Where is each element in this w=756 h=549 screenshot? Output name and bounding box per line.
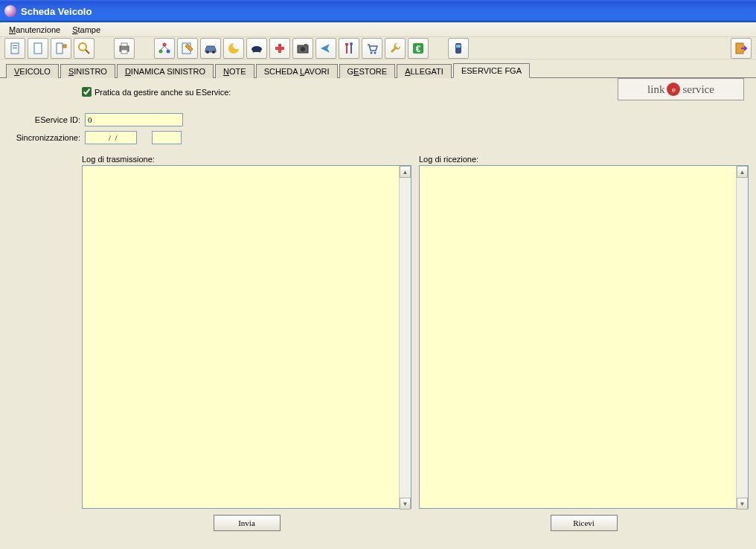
svg-point-21 — [253, 50, 255, 52]
tb-list-icon[interactable] — [51, 38, 71, 59]
tb-send-icon[interactable] — [315, 38, 336, 59]
tabstrip: VEICOLO SINISTRO DINAMICA SINISTRO NOTE … — [0, 60, 756, 77]
tb-doc-icon[interactable] — [28, 38, 48, 59]
svg-rect-27 — [304, 44, 307, 45]
svg-rect-9 — [121, 43, 127, 46]
menubar: Manutenzione Stampe — [0, 22, 756, 37]
window-title: Scheda Veicolo — [21, 6, 92, 17]
link-eservice-logo: link e service — [618, 78, 744, 100]
menu-stampe[interactable]: Stampe — [66, 24, 106, 36]
eservice-id-input[interactable] — [85, 113, 183, 126]
tb-exit-icon[interactable] — [731, 38, 752, 59]
svg-text:€: € — [416, 44, 421, 54]
svg-point-22 — [259, 50, 261, 52]
svg-rect-3 — [34, 43, 42, 54]
svg-line-14 — [161, 46, 164, 50]
svg-rect-5 — [63, 45, 66, 48]
sincro-time-input[interactable] — [152, 131, 182, 144]
svg-point-31 — [350, 42, 353, 45]
pratica-checkbox[interactable] — [82, 87, 92, 97]
tb-car-icon[interactable] — [200, 38, 221, 59]
svg-point-11 — [163, 42, 167, 46]
tab-note[interactable]: NOTE — [215, 64, 254, 78]
svg-rect-10 — [121, 50, 127, 54]
scrollbar[interactable]: ▲▼ — [399, 166, 411, 510]
tab-gestore[interactable]: GESTORE — [339, 64, 396, 78]
log-trasmissione-label: Log di trasmissione: — [82, 155, 411, 164]
log-ricezione-label: Log di ricezione: — [419, 155, 749, 164]
log-trasmissione-area[interactable] — [82, 165, 411, 509]
scroll-down-icon[interactable]: ▼ — [737, 498, 748, 510]
svg-point-26 — [301, 47, 305, 51]
tb-cart-icon[interactable] — [362, 38, 382, 59]
tb-tree-icon[interactable] — [154, 38, 175, 59]
svg-line-7 — [86, 50, 89, 54]
svg-rect-4 — [57, 43, 63, 54]
log-ricezione-area[interactable] — [419, 165, 749, 509]
svg-point-32 — [371, 51, 373, 54]
logo-e-icon: e — [667, 83, 680, 96]
logs-container: Log di trasmissione: ▲▼ Invia Log di ric… — [82, 155, 749, 531]
tb-medical-icon[interactable] — [269, 38, 290, 59]
svg-rect-30 — [345, 43, 348, 45]
tab-veicolo[interactable]: VEICOLO — [6, 64, 59, 78]
tab-allegati[interactable]: ALLEGATI — [397, 64, 452, 78]
tb-edit-icon[interactable] — [177, 38, 198, 59]
tab-sinistro[interactable]: SINISTRO — [60, 64, 115, 78]
tab-eservice[interactable]: ESERVICE FGA — [453, 63, 530, 78]
svg-rect-1 — [13, 45, 17, 46]
svg-point-19 — [212, 51, 215, 54]
svg-line-15 — [164, 46, 168, 50]
sincro-date-input[interactable] — [85, 131, 137, 144]
scroll-up-icon[interactable]: ▲ — [737, 166, 748, 178]
ricevi-button[interactable]: Ricevi — [551, 515, 618, 531]
tb-print-icon[interactable] — [114, 38, 135, 59]
sincro-label: Sincronizzazione: — [7, 133, 85, 142]
tb-moon-icon[interactable] — [223, 38, 244, 59]
tb-new-icon[interactable] — [4, 38, 25, 59]
svg-point-6 — [79, 43, 86, 51]
pratica-label: Pratica da gestire anche su EService: — [94, 88, 231, 97]
svg-rect-2 — [13, 48, 17, 48]
tab-scheda-lavori[interactable]: SCHEDA LAVORI — [256, 64, 338, 78]
tb-search-icon[interactable] — [74, 38, 94, 59]
svg-rect-24 — [275, 47, 284, 50]
tb-euro-icon[interactable]: € — [408, 38, 429, 59]
svg-rect-37 — [456, 45, 461, 48]
tb-wrench-icon[interactable] — [385, 38, 406, 59]
svg-point-13 — [167, 49, 170, 53]
svg-point-33 — [374, 51, 377, 54]
tab-content: link e service Pratica da gestire anche … — [0, 77, 756, 549]
eservice-id-label: EService ID: — [7, 115, 85, 124]
scroll-down-icon[interactable]: ▼ — [400, 498, 411, 510]
scrollbar[interactable]: ▲▼ — [736, 166, 748, 510]
toolbar: € — [0, 37, 756, 60]
svg-point-18 — [206, 51, 209, 54]
svg-point-12 — [159, 49, 163, 53]
invia-button[interactable]: Invia — [214, 515, 281, 531]
tb-phone-icon[interactable] — [448, 38, 469, 59]
menu-manutenzione[interactable]: Manutenzione — [3, 24, 66, 36]
tab-dinamica[interactable]: DINAMICA SINISTRO — [117, 64, 214, 78]
tb-tools-icon[interactable] — [339, 38, 359, 59]
titlebar: Scheda Veicolo — [0, 0, 756, 22]
scroll-up-icon[interactable]: ▲ — [400, 166, 411, 178]
app-icon — [4, 5, 16, 17]
tb-camera-icon[interactable] — [292, 38, 313, 59]
tb-car2-icon[interactable] — [246, 38, 267, 59]
